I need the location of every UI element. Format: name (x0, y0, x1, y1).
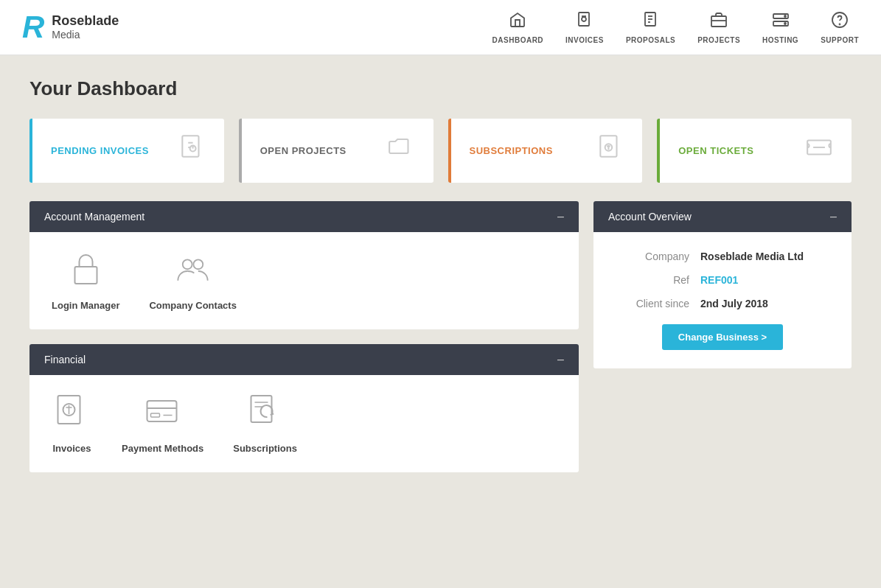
nav-dashboard-label: DASHBOARD (492, 36, 544, 44)
open-tickets-icon (805, 133, 833, 168)
financial-collapse-btn[interactable]: – (557, 353, 564, 366)
company-contacts-item[interactable]: Company Contacts (149, 251, 236, 311)
logo-area: R Roseblade Media (22, 12, 492, 43)
logo-letter: R (22, 12, 44, 43)
people-icon (173, 251, 213, 291)
nav-support[interactable]: SUPPORT (821, 11, 859, 44)
ref-label: Ref (608, 274, 689, 286)
subscriptions-icon (596, 133, 624, 168)
account-management-grid: Login Manager Company Contacts (52, 251, 557, 311)
proposals-nav-icon (642, 11, 660, 33)
stat-card-open-projects[interactable]: OPEN PROJECTS (239, 119, 433, 183)
account-overview-collapse-btn[interactable]: – (830, 210, 837, 223)
company-contacts-label: Company Contacts (149, 300, 236, 311)
svg-rect-24 (74, 267, 97, 284)
financial-subscriptions-label: Subscriptions (233, 443, 297, 454)
client-since-row: Client since 2nd July 2018 (608, 298, 837, 309)
subscriptions-label: SUBSCRIPTIONS (470, 145, 553, 156)
payment-methods-item[interactable]: Payment Methods (122, 393, 203, 454)
svg-point-1 (582, 17, 586, 21)
login-manager-label: Login Manager (52, 300, 119, 311)
nav-invoices[interactable]: INVOICES (565, 11, 604, 44)
financial-body: Invoices Payment Methods (29, 375, 579, 472)
account-overview-panel: Account Overview – Company Roseblade Med… (593, 201, 852, 472)
page-title: Your Dashboard (29, 77, 852, 100)
account-overview-body: Company Roseblade Media Ltd Ref REF001 C… (593, 232, 852, 368)
financial-panel: Financial – Invoices (29, 344, 579, 472)
financial-header: Financial – (29, 344, 579, 375)
lock-icon (66, 251, 106, 291)
svg-rect-0 (579, 13, 589, 26)
nav-hosting[interactable]: HOSTING (762, 11, 798, 44)
payment-methods-label: Payment Methods (122, 443, 203, 454)
svg-point-12 (784, 23, 786, 24)
open-projects-label: OPEN PROJECTS (260, 145, 347, 156)
main-content: Your Dashboard PENDING INVOICES OPEN PRO… (0, 55, 881, 494)
stat-card-subscriptions[interactable]: SUBSCRIPTIONS (448, 119, 643, 183)
client-since-value: 2nd July 2018 (700, 298, 768, 309)
financial-invoices-label: Invoices (52, 443, 91, 454)
nav-projects[interactable]: PROJECTS (697, 11, 740, 44)
hosting-icon (772, 11, 790, 33)
nav-hosting-label: HOSTING (762, 36, 798, 44)
left-panels: Account Management – Login Manager (29, 201, 579, 472)
ref-value: REF001 (700, 274, 738, 286)
financial-title: Financial (44, 354, 86, 365)
account-overview-header: Account Overview – (593, 201, 852, 232)
stat-cards-row: PENDING INVOICES OPEN PROJECTS SUBSCRIPT… (29, 119, 852, 183)
invoices-nav-icon (576, 11, 593, 33)
pending-invoices-icon (178, 133, 206, 168)
account-management-panel: Account Management – Login Manager (29, 201, 579, 329)
account-management-body: Login Manager Company Contacts (29, 232, 579, 329)
account-overview-title: Account Overview (608, 211, 692, 223)
invoice-dollar-icon (52, 393, 92, 434)
open-projects-icon (387, 133, 415, 168)
nav-proposals-label: PROPOSALS (626, 36, 675, 44)
ref-row: Ref REF001 (608, 274, 837, 286)
logo-text: Roseblade Media (52, 13, 119, 41)
nav-projects-label: PROJECTS (697, 36, 740, 44)
svg-point-25 (183, 259, 192, 269)
svg-point-14 (840, 24, 840, 24)
client-since-label: Client since (608, 298, 689, 309)
home-icon (509, 11, 526, 33)
pending-invoices-label: PENDING INVOICES (51, 145, 149, 156)
company-row: Company Roseblade Media Ltd (608, 251, 837, 262)
open-tickets-label: OPEN TICKETS (678, 145, 753, 156)
company-value: Roseblade Media Ltd (700, 251, 804, 262)
brand-name: Roseblade (52, 13, 119, 29)
account-management-collapse-btn[interactable]: – (557, 210, 564, 223)
account-management-title: Account Management (44, 211, 144, 223)
stat-card-pending-invoices[interactable]: PENDING INVOICES (29, 119, 224, 183)
brand-sub: Media (52, 29, 119, 41)
svg-rect-7 (711, 16, 726, 27)
change-business-btn[interactable]: Change Business > (662, 324, 783, 350)
company-label: Company (608, 251, 689, 262)
financial-grid: Invoices Payment Methods (52, 393, 557, 454)
nav-dashboard[interactable]: DASHBOARD (492, 11, 544, 44)
account-overview-panel-inner: Account Overview – Company Roseblade Med… (593, 201, 852, 368)
briefcase-icon (710, 11, 728, 33)
nav-proposals[interactable]: PROPOSALS (626, 11, 675, 44)
svg-rect-33 (151, 413, 160, 417)
header: R Roseblade Media DASHBOARD (0, 0, 881, 55)
login-manager-item[interactable]: Login Manager (52, 251, 119, 311)
account-management-header: Account Management – (29, 201, 579, 232)
stat-card-open-tickets[interactable]: OPEN TICKETS (657, 119, 852, 183)
svg-point-11 (784, 15, 786, 17)
financial-invoices-item[interactable]: Invoices (52, 393, 92, 454)
nav-invoices-label: INVOICES (565, 36, 604, 44)
svg-point-26 (194, 259, 203, 269)
main-nav: DASHBOARD INVOICES (492, 11, 859, 44)
doc-refresh-icon (245, 393, 285, 434)
financial-subscriptions-item[interactable]: Subscriptions (233, 393, 297, 454)
panels-row: Account Management – Login Manager (29, 201, 852, 472)
help-icon (831, 11, 849, 33)
credit-card-icon (142, 393, 183, 434)
svg-rect-31 (147, 401, 177, 421)
nav-support-label: SUPPORT (821, 36, 859, 44)
